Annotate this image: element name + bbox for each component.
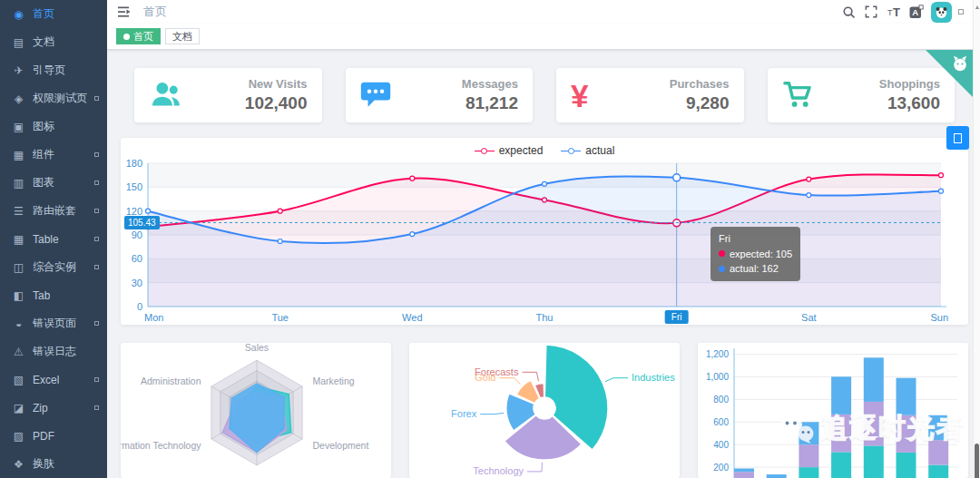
- svg-text:Technology: Technology: [473, 465, 524, 476]
- sidebar-item-label: PDF: [33, 430, 54, 443]
- svg-text:400: 400: [713, 440, 729, 450]
- svg-text:1,000: 1,000: [706, 372, 729, 382]
- chart-icon: ▥: [12, 177, 25, 190]
- scrollbar-up-arrow[interactable]: [975, 5, 979, 9]
- component-icon: ▦: [12, 149, 25, 161]
- sidebar-item-label: 引导页: [33, 63, 65, 78]
- zip-icon: ◪: [12, 402, 25, 415]
- svg-text:A: A: [912, 7, 918, 17]
- stat-card-value: 81,212: [462, 93, 518, 113]
- sidebar-item-label: Table: [33, 233, 59, 246]
- sidebar-item-excel[interactable]: ▧Excel: [0, 366, 107, 394]
- svg-text:0: 0: [137, 301, 142, 312]
- sidebar-item-pdf[interactable]: ▨PDF: [0, 422, 107, 450]
- sidebar-item-components[interactable]: ▦组件: [0, 141, 107, 169]
- svg-text:Thu: Thu: [536, 312, 554, 323]
- chevron-right-icon: [94, 405, 99, 410]
- stat-card-value: 9,280: [670, 93, 730, 113]
- bar-chart[interactable]: 2004006008001,0001,200: [698, 343, 964, 478]
- svg-text:30: 30: [132, 278, 142, 288]
- search-icon[interactable]: [840, 4, 857, 20]
- radar-chart[interactable]: SalesAdministrationInformation Technolog…: [121, 343, 387, 478]
- sidebar-item-guide[interactable]: ✈引导页: [0, 56, 107, 84]
- icons-icon: ▣: [12, 121, 25, 133]
- sidebar-item-nested-routes[interactable]: ☰路由嵌套: [0, 197, 107, 225]
- bug-icon: ⚠: [12, 346, 25, 358]
- sidebar-item-label: Excel: [33, 374, 59, 386]
- sidebar-item-icons[interactable]: ▣图标: [0, 112, 107, 141]
- sidebar-item-charts[interactable]: ▥图表: [0, 169, 107, 197]
- sidebar-item-tab[interactable]: ◧Tab: [0, 281, 107, 309]
- sidebar-item-error-pages[interactable]: ◒错误页面: [0, 309, 107, 337]
- lock-icon: ◈: [12, 93, 25, 105]
- github-corner-ribbon[interactable]: [926, 50, 973, 97]
- language-icon[interactable]: A: [908, 4, 925, 20]
- stat-card-purchases[interactable]: ¥Purchases9,280: [556, 68, 744, 122]
- chevron-right-icon: [94, 180, 99, 185]
- message-icon: [360, 80, 391, 112]
- sidebar: ◉首页▤文档✈引导页◈权限测试页▣图标▦组件▥图表☰路由嵌套▦Table◫综合实…: [0, 0, 107, 478]
- chevron-right-icon: [94, 209, 99, 213]
- bottom-charts-row: SalesAdministrationInformation Technolog…: [121, 343, 968, 478]
- font-size-icon[interactable]: TT: [886, 4, 902, 20]
- sidebar-item-error-log[interactable]: ⚠错误日志: [0, 337, 107, 366]
- legend-label: actual: [585, 144, 614, 157]
- svg-text:150: 150: [126, 181, 142, 192]
- stat-card-value: 102,400: [245, 93, 308, 113]
- tag-首页[interactable]: 首页: [116, 28, 161, 44]
- line-chart[interactable]: MonTueWedThuFriSatSun0306090120150180: [121, 138, 956, 325]
- svg-text:200: 200: [713, 463, 729, 473]
- main-area: 首页 TT A 首页文档 New Visit: [107, 0, 973, 478]
- sidebar-item-label: Zip: [33, 402, 48, 415]
- sidebar-item-zip[interactable]: ◪Zip: [0, 394, 107, 422]
- settings-button[interactable]: [946, 126, 969, 150]
- sidebar-item-theme[interactable]: ❖换肤: [0, 450, 107, 478]
- chevron-right-icon: [94, 377, 99, 382]
- tag-文档[interactable]: 文档: [165, 28, 200, 44]
- sidebar-item-permission[interactable]: ◈权限测试页: [0, 84, 107, 112]
- sidebar-item-label: 综合实例: [33, 259, 76, 275]
- stat-card-title: New Visits: [245, 77, 308, 91]
- sidebar-item-label: 错误日志: [33, 344, 76, 359]
- svg-text:Forex: Forex: [451, 408, 477, 419]
- svg-text:Sun: Sun: [930, 312, 948, 323]
- sidebar-item-label: 换肤: [33, 456, 54, 472]
- sidebar-item-label: Tab: [33, 289, 50, 302]
- excel-icon: ▧: [12, 374, 25, 386]
- hamburger-icon[interactable]: [116, 4, 132, 20]
- guide-icon: ✈: [12, 64, 25, 77]
- legend-marker: [475, 147, 495, 154]
- stat-card-new-visits[interactable]: New Visits102,400: [134, 68, 322, 122]
- chart-legend: expectedactual: [121, 144, 968, 157]
- svg-text:Wed: Wed: [402, 312, 422, 323]
- sidebar-item-label: 文档: [33, 34, 54, 50]
- fullscreen-icon[interactable]: [863, 4, 879, 20]
- caret-down-icon[interactable]: [958, 9, 964, 15]
- svg-text:Administration: Administration: [141, 376, 201, 386]
- scrollbar-thumb[interactable]: [975, 444, 979, 478]
- tag-label: 文档: [172, 30, 192, 44]
- svg-text:120: 120: [126, 206, 142, 217]
- sidebar-item-table[interactable]: ▦Table: [0, 225, 107, 253]
- svg-text:Fri: Fri: [671, 312, 682, 322]
- breadcrumb[interactable]: 首页: [143, 4, 167, 20]
- svg-text:90: 90: [132, 229, 142, 240]
- svg-text:800: 800: [713, 395, 729, 405]
- legend-item-expected[interactable]: expected: [475, 144, 544, 157]
- svg-text:T: T: [893, 5, 900, 19]
- sidebar-item-label: 组件: [33, 147, 54, 162]
- active-dot: [123, 34, 130, 40]
- legend-item-actual[interactable]: actual: [561, 144, 614, 157]
- dashboard-icon: ◉: [12, 8, 25, 21]
- sidebar-item-example[interactable]: ◫综合实例: [0, 253, 107, 281]
- axis-pointer-label: 105.43: [124, 216, 160, 229]
- sidebar-item-documentation[interactable]: ▤文档: [0, 28, 107, 56]
- error-page-icon: ◒: [12, 317, 25, 330]
- page-scrollbar[interactable]: [973, 0, 980, 478]
- example-icon: ◫: [12, 261, 25, 274]
- avatar[interactable]: [931, 2, 952, 23]
- stat-card-messages[interactable]: Messages81,212: [346, 68, 534, 122]
- pie-chart[interactable]: IndustriesTechnologyForexGoldForecasts: [409, 343, 675, 478]
- radar-chart-panel: SalesAdministrationInformation Technolog…: [121, 343, 391, 478]
- sidebar-item-home[interactable]: ◉首页: [0, 0, 107, 28]
